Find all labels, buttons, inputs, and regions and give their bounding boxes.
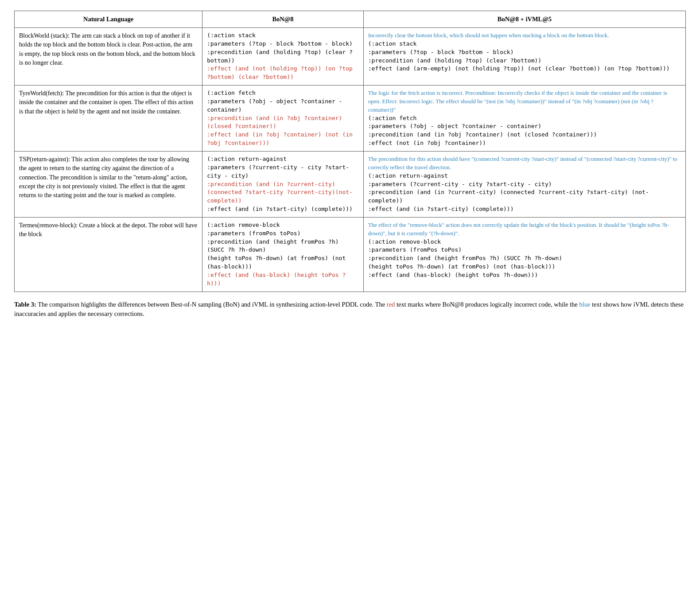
caption-text-before-red: The comparison highlights the difference… bbox=[36, 301, 387, 308]
comparison-table: Natural Language BoN@8 BoN@8 + iVML@5 Bl… bbox=[14, 11, 686, 292]
cell-bon8-ivml5: The precondition for this action should … bbox=[363, 151, 685, 217]
cell-natural-language: Termes(remove-block): Create a block at … bbox=[15, 217, 202, 292]
cell-bon8-ivml5: Incorrectly clear the bottom block, whic… bbox=[363, 28, 685, 86]
table-caption: Table 3: The comparison highlights the d… bbox=[14, 300, 686, 319]
cell-natural-language: BlockWorld (stack): The arm can stack a … bbox=[15, 28, 202, 86]
header-bon8-ivml5: BoN@8 + iVML@5 bbox=[363, 11, 685, 28]
caption-text-after-red: text marks where BoN@8 produces logicall… bbox=[395, 301, 579, 308]
cell-natural-language: TSP(return-against): This action also co… bbox=[15, 151, 202, 217]
cell-bon8-ivml5: The logic for the fetch action is incorr… bbox=[363, 86, 685, 152]
header-bon8: BoN@8 bbox=[202, 11, 364, 28]
cell-bon8-ivml5: The effect of the "remove-block" action … bbox=[363, 217, 685, 292]
caption-label: Table 3: bbox=[14, 301, 36, 308]
cell-bon8: (:action fetch :parameters (?obj - objec… bbox=[202, 86, 364, 152]
cell-natural-language: TyreWorld(fetch): The precondition for t… bbox=[15, 86, 202, 152]
caption-blue-word: blue bbox=[579, 301, 590, 308]
cell-bon8: (:action remove-block :parameters (fromP… bbox=[202, 217, 364, 292]
header-natural-language: Natural Language bbox=[15, 11, 202, 28]
table-row: TyreWorld(fetch): The precondition for t… bbox=[15, 86, 686, 152]
cell-bon8: (:action return-against :parameters (?cu… bbox=[202, 151, 364, 217]
table-row: BlockWorld (stack): The arm can stack a … bbox=[15, 28, 686, 86]
table-row: TSP(return-against): This action also co… bbox=[15, 151, 686, 217]
cell-bon8: (:action stack :parameters (?top - block… bbox=[202, 28, 364, 86]
table-row: Termes(remove-block): Create a block at … bbox=[15, 217, 686, 292]
caption-red-word: red bbox=[387, 301, 395, 308]
